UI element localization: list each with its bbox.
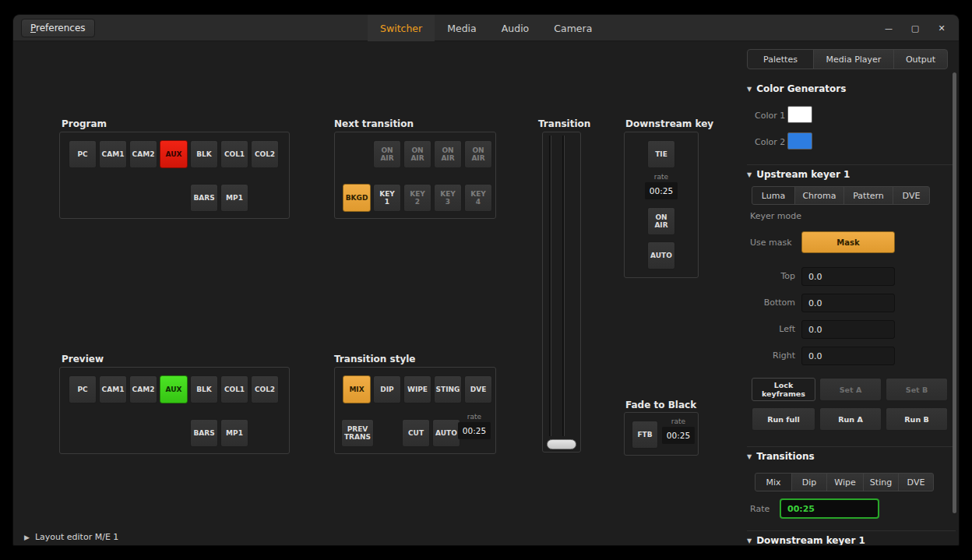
program-col2-button[interactable]: COL2: [251, 140, 279, 168]
mask-button[interactable]: Mask: [801, 231, 895, 253]
wipe-button[interactable]: WIPE: [403, 375, 431, 403]
collapse-arrow-icon: ▼: [747, 86, 752, 93]
mask-left-input[interactable]: 0.0: [801, 320, 895, 339]
ftb-button[interactable]: FTB: [632, 421, 658, 449]
tab-audio[interactable]: Audio: [489, 15, 542, 41]
dsk-onair-button[interactable]: ON AIR: [647, 207, 675, 235]
close-icon[interactable]: ✕: [934, 20, 949, 36]
sting-button[interactable]: STING: [434, 375, 462, 403]
transition-rate-value[interactable]: 00:25: [458, 422, 491, 439]
program-pc-button[interactable]: PC: [69, 140, 97, 168]
maximize-icon[interactable]: ▢: [907, 20, 923, 36]
fade-to-black-title: Fade to Black: [625, 400, 696, 410]
transitions-tab-sting[interactable]: Sting: [863, 473, 899, 491]
cut-button[interactable]: CUT: [402, 419, 430, 447]
dsk-rate-value[interactable]: 00:25: [645, 182, 678, 199]
transitions-header[interactable]: ▼ Transitions: [747, 451, 815, 462]
run-b-button[interactable]: Run B: [886, 407, 948, 431]
downstream-key-group: TIE rate 00:25 ON AIR AUTO: [624, 132, 699, 278]
expander-arrow-icon: ▶: [24, 534, 30, 541]
rate-input[interactable]: 00:25: [780, 498, 879, 519]
preview-pc-button[interactable]: PC: [69, 375, 97, 403]
keyer-mode-label: Keyer mode: [750, 211, 801, 221]
mix-button[interactable]: MIX: [343, 375, 371, 403]
app-window: Preferences Switcher Media Audio Camera …: [12, 14, 960, 546]
tbar-handle[interactable]: [547, 439, 576, 449]
color-generators-header[interactable]: ▼ Color Generators: [747, 83, 846, 94]
downstream-keyer-header[interactable]: ▼ Downstream keyer 1: [747, 535, 865, 546]
mask-top-input[interactable]: 0.0: [801, 267, 895, 286]
key2-onair-button[interactable]: ON AIR: [403, 140, 431, 168]
tab-output[interactable]: Output: [893, 49, 948, 69]
keyer-tab-pattern[interactable]: Pattern: [843, 186, 893, 205]
color1-swatch[interactable]: [787, 106, 812, 123]
preview-col2-button[interactable]: COL2: [251, 375, 279, 403]
bkgd-button[interactable]: BKGD: [343, 184, 371, 212]
key4-button[interactable]: KEY 4: [464, 184, 492, 212]
upstream-keyer-header[interactable]: ▼ Upstream keyer 1: [747, 169, 850, 180]
set-a-button[interactable]: Set A: [819, 378, 882, 401]
preview-cam2-button[interactable]: CAM2: [129, 375, 157, 403]
key4-onair-button[interactable]: ON AIR: [464, 140, 492, 168]
set-b-button[interactable]: Set B: [886, 378, 948, 401]
run-a-button[interactable]: Run A: [819, 407, 882, 431]
program-cam1-button[interactable]: CAM1: [99, 140, 127, 168]
run-full-button[interactable]: Run full: [752, 407, 815, 431]
key3-onair-button[interactable]: ON AIR: [434, 140, 462, 168]
mask-right-input[interactable]: 0.0: [801, 347, 895, 365]
layout-editor-expander[interactable]: ▶ Layout editor M/E 1: [24, 532, 118, 542]
upstream-keyer-title: Upstream keyer 1: [756, 169, 850, 180]
key3-button[interactable]: KEY 3: [434, 184, 462, 212]
preview-bars-button[interactable]: BARS: [190, 419, 218, 447]
section-divider: [747, 530, 956, 531]
keyer-tab-chroma[interactable]: Chroma: [794, 186, 844, 205]
auto-button[interactable]: AUTO: [432, 419, 460, 447]
keyer-tab-luma[interactable]: Luma: [752, 186, 795, 205]
tab-media-player[interactable]: Media Player: [813, 49, 894, 69]
panel-scrollbar[interactable]: [953, 72, 956, 513]
transition-rate: rate 00:25: [458, 413, 491, 439]
dip-button[interactable]: DIP: [373, 375, 401, 403]
program-bars-button[interactable]: BARS: [190, 184, 218, 212]
minimize-icon[interactable]: —: [881, 20, 896, 36]
transitions-tab-dve[interactable]: DVE: [898, 473, 934, 491]
ftb-rate-value[interactable]: 00:25: [662, 427, 695, 444]
transition-type-tabs: Mix Dip Wipe Sting DVE: [755, 473, 934, 491]
program-cam2-button[interactable]: CAM2: [129, 140, 157, 168]
tab-camera[interactable]: Camera: [541, 15, 604, 41]
preview-aux-button[interactable]: AUX: [160, 375, 188, 403]
prev-trans-button[interactable]: PREV TRANS: [341, 419, 374, 447]
transition-tbar[interactable]: [542, 132, 581, 453]
preview-col1-button[interactable]: COL1: [220, 375, 248, 403]
color1-label: Color 1: [755, 111, 785, 121]
key1-onair-button[interactable]: ON AIR: [373, 140, 401, 168]
dve-button[interactable]: DVE: [464, 375, 492, 403]
keyer-tab-dve[interactable]: DVE: [893, 186, 930, 205]
preferences-button[interactable]: Preferences: [21, 19, 95, 37]
mask-bottom-input[interactable]: 0.0: [801, 294, 895, 312]
program-blk-button[interactable]: BLK: [190, 140, 218, 168]
key1-button[interactable]: KEY 1: [373, 184, 401, 212]
ftb-rate-label: rate: [671, 417, 685, 427]
lock-keyframes-button[interactable]: Lock keyframes: [752, 378, 815, 401]
transitions-tab-dip[interactable]: Dip: [791, 473, 827, 491]
transition-rate-label: rate: [467, 413, 481, 422]
transitions-title: Transitions: [756, 451, 814, 462]
color2-swatch[interactable]: [787, 132, 812, 150]
dsk-tie-button[interactable]: TIE: [647, 140, 675, 168]
program-mp1-button[interactable]: MP1: [220, 184, 248, 212]
key2-button[interactable]: KEY 2: [403, 184, 431, 212]
dsk-auto-button[interactable]: AUTO: [647, 241, 675, 269]
tab-switcher[interactable]: Switcher: [368, 15, 435, 41]
tab-palettes[interactable]: Palettes: [747, 49, 814, 69]
program-col1-button[interactable]: COL1: [220, 140, 248, 168]
preview-blk-button[interactable]: BLK: [190, 375, 218, 403]
program-aux-button[interactable]: AUX: [160, 140, 188, 168]
preview-mp1-button[interactable]: MP1: [220, 419, 248, 447]
mask-right-label: Right: [741, 350, 795, 361]
transitions-tab-mix[interactable]: Mix: [755, 473, 792, 491]
dsk-rate: rate 00:25: [645, 173, 678, 199]
preview-cam1-button[interactable]: CAM1: [99, 375, 127, 403]
tab-media[interactable]: Media: [435, 15, 489, 41]
transitions-tab-wipe[interactable]: Wipe: [826, 473, 864, 491]
